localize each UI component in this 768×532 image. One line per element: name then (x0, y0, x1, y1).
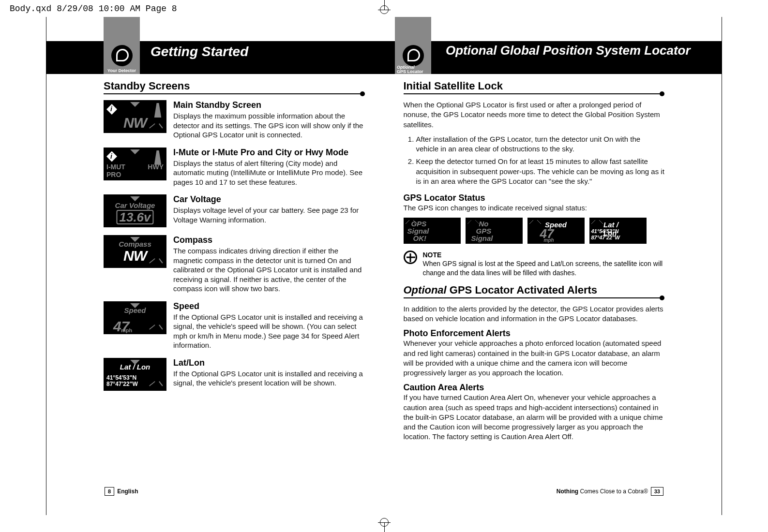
down-arrow-icon (130, 149, 140, 154)
sat-lock-steps: After installation of the GPS Locator, t… (404, 134, 665, 186)
footer-left: 8 English (105, 487, 138, 496)
compass-item: Compass NW ⟋⟍ Compass The compass indica… (104, 235, 365, 294)
left-column: Standby Screens NW ⟋⟍ Main Standby Scree… (104, 80, 365, 486)
compass-lcd: Compass NW ⟋⟍ (104, 235, 166, 268)
footer-right: Nothing Comes Close to a Cobra® 33 (557, 487, 663, 496)
note-icon (404, 251, 417, 264)
latlon-status-lcd: Lat / Lon 41°54'53"N 87°47'22"W ⟋⟍ (589, 218, 647, 244)
speed-unit: mph (121, 327, 132, 333)
detector-icon (111, 45, 133, 66)
hwy-label: HWY (148, 163, 164, 171)
initial-satellite-lock-heading: Initial Satellite Lock (404, 80, 665, 94)
compass-body: The compass indicates driving direction … (173, 246, 365, 294)
speed-item: Speed 47 mph ⟋⟍ Speed If the Optional GP… (104, 301, 365, 350)
right-column: Initial Satellite Lock When the Optional… (404, 80, 665, 486)
speed-title: Speed (173, 301, 365, 311)
photo-enforcement-heading: Photo Enforcement Alerts (404, 328, 665, 339)
latlon-title: Lat/Lon (173, 358, 365, 368)
speed-status-lcd: Speed 47 mph ⟋⟍ (527, 218, 585, 244)
imut-label: I-MUT (106, 163, 125, 171)
info-icon (106, 104, 117, 115)
voltage-value: 13.6v (116, 210, 153, 224)
page-number-right: 33 (651, 487, 663, 496)
latlon-lcd: Lat / Lon 41°54'53"N87°47'22"W ⟋⟍ (104, 358, 166, 391)
main-standby-title: Main Standby Screen (173, 100, 365, 110)
imute-body: Displays the status of alert filtering (… (173, 159, 365, 187)
standby-screens-heading: Standby Screens (104, 80, 365, 94)
left-chapter-title: Getting Started (151, 44, 248, 59)
note-block: NOTE When GPS signal is lost at the Spee… (404, 251, 665, 277)
down-arrow-icon (130, 102, 140, 107)
voltage-title: Car Voltage (173, 194, 365, 205)
note-text: NOTE When GPS signal is lost at the Spee… (423, 251, 665, 277)
caution-area-heading: Caution Area Alerts (404, 383, 665, 393)
activated-alerts-intro: In addition to the alerts provided by th… (404, 304, 665, 324)
step-1: After installation of the GPS Locator, t… (416, 134, 665, 154)
main-standby-lcd: NW ⟋⟍ (104, 100, 166, 133)
info-icon (106, 151, 117, 162)
speed-body: If the Optional GPS Locator unit is inst… (173, 312, 365, 350)
satellite-icon: ⟋⟍ (147, 322, 165, 332)
imute-lcd: I-MUT PRO HWY (104, 148, 166, 180)
latlon-body: If the Optional GPS Locator unit is inst… (173, 369, 365, 388)
print-job-header: Body.qxd 8/29/08 10:00 AM Page 8 (0, 0, 768, 17)
latlon-coords: 41°54'53"N87°47'22"W (106, 375, 138, 387)
gps-status-screens: GPS Signal OK! ⟋⟍ No GPS Signal ⟋⟍ Speed… (404, 218, 665, 244)
right-chapter-title: Optional Global Position System Locator (446, 44, 691, 57)
main-standby-item: NW ⟋⟍ Main Standby Screen Displays the m… (104, 100, 365, 140)
voltage-lcd: Car Voltage 13.6v (104, 194, 166, 227)
gps-status-heading: GPS Locator Status (404, 193, 665, 203)
step-2: Keep the detector turned On for at least… (416, 157, 665, 186)
voltage-item: Car Voltage 13.6v Car Voltage Displays v… (104, 194, 365, 227)
voltage-body: Displays voltage level of your car batte… (173, 206, 365, 224)
speed-lcd: Speed 47 mph ⟋⟍ (104, 301, 166, 334)
left-tab-label: Your Detector (104, 68, 140, 73)
photo-enforcement-body: Whenever your vehicle approaches a photo… (404, 339, 665, 378)
satellite-icon: ⟋⟍ (147, 256, 165, 266)
left-chapter-tab: Your Detector (104, 17, 140, 74)
crop-mark-bottom (370, 517, 399, 532)
gps-signal-ok-lcd: GPS Signal OK! ⟋⟍ (404, 218, 461, 244)
right-chapter-tab: OptionalGPS Locator (395, 17, 431, 74)
satellite-icon: ⟋⟍ (147, 121, 165, 131)
footer-slogan: Nothing Comes Close to a Cobra® (557, 488, 648, 495)
activated-alerts-heading: Optional GPS Locator Activated Alerts (404, 284, 665, 298)
compass-hdr: Compass (104, 240, 166, 248)
down-arrow-icon (130, 196, 140, 201)
page-number-left: 8 (105, 487, 114, 496)
pro-label: PRO (106, 171, 121, 178)
footer-language: English (117, 488, 138, 495)
latlon-item: Lat / Lon 41°54'53"N87°47'22"W ⟋⟍ Lat/Lo… (104, 358, 365, 391)
sat-lock-intro: When the Optional GPS Locator is first u… (404, 100, 665, 130)
gps-status-intro: The GPS icon changes to indicate receive… (404, 203, 665, 213)
right-tab-label: OptionalGPS Locator (395, 65, 431, 74)
no-gps-signal-lcd: No GPS Signal ⟋⟍ (466, 218, 523, 244)
imute-title: I-Mute or I-Mute Pro and City or Hwy Mod… (173, 148, 365, 158)
speed-hdr: Speed (104, 306, 166, 314)
main-standby-body: Displays the maximum possible informatio… (173, 111, 365, 140)
satellite-icon: ⟋⟍ (147, 379, 165, 389)
imute-item: I-MUT PRO HWY I-Mute or I-Mute Pro and C… (104, 148, 365, 187)
latlon-hdr: Lat / Lon (104, 363, 166, 371)
caution-area-body: If you have turned Caution Area Alert On… (404, 393, 665, 442)
compass-title: Compass (173, 235, 365, 245)
page-frame: Your Detector OptionalGPS Locator Gettin… (46, 17, 722, 515)
voltage-hdr: Car Voltage (104, 201, 166, 209)
gps-locator-icon (403, 45, 424, 66)
